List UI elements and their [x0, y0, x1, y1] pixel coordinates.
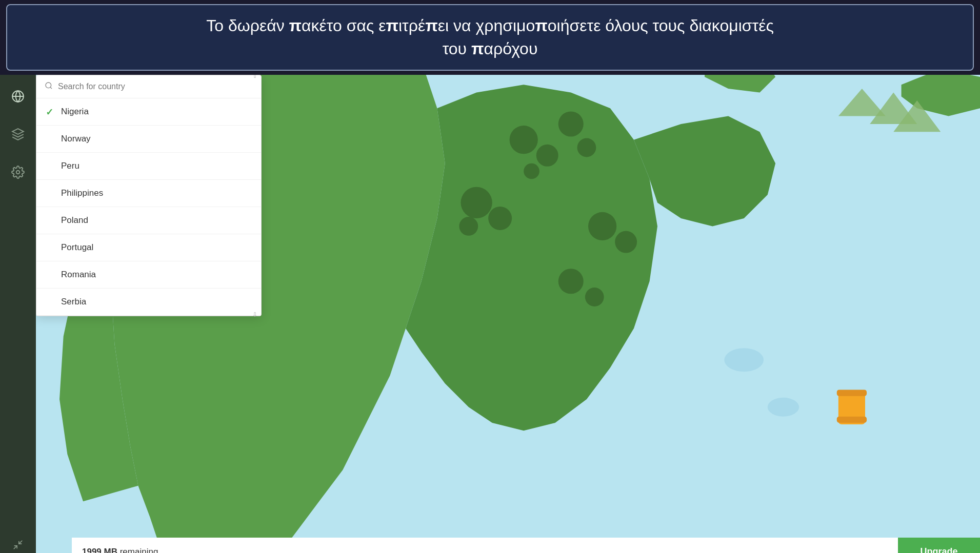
svg-point-3: [16, 170, 20, 174]
svg-line-4: [14, 545, 17, 548]
sidebar: [0, 75, 36, 553]
sidebar-globe-icon[interactable]: [7, 85, 29, 108]
banner-line2: του παρόχου: [443, 39, 538, 58]
list-item[interactable]: Romania: [36, 261, 261, 289]
data-remaining-panel: 1999 MB remaining: [72, 538, 898, 553]
scroll-up-button[interactable]: ⇧: [249, 75, 261, 82]
svg-marker-2: [12, 129, 24, 134]
country-name: Romania: [61, 270, 96, 279]
app-container: Nigeria Norway Peru Philippines Poland P…: [0, 75, 980, 553]
svg-point-24: [46, 83, 51, 88]
country-name: Norway: [61, 134, 91, 144]
list-item[interactable]: Poland: [36, 207, 261, 234]
sidebar-settings-icon[interactable]: [7, 161, 29, 183]
search-box[interactable]: [36, 75, 261, 98]
search-input[interactable]: [58, 82, 253, 91]
svg-point-10: [577, 138, 596, 157]
svg-point-23: [768, 397, 799, 416]
svg-point-13: [488, 207, 512, 230]
svg-line-5: [19, 540, 22, 543]
svg-point-22: [724, 348, 764, 372]
banner-line1: Το δωρεάν πακέτο σας επιτρέπει να χρησιμ…: [206, 16, 774, 35]
svg-point-14: [459, 217, 478, 236]
data-remaining-text: 1999 MB remaining: [82, 547, 158, 553]
svg-point-15: [588, 212, 616, 240]
svg-point-12: [461, 187, 492, 218]
svg-point-18: [585, 288, 604, 306]
upgrade-button[interactable]: Upgrade: [898, 538, 980, 553]
svg-rect-21: [837, 416, 867, 422]
country-dropdown: Nigeria Norway Peru Philippines Poland P…: [36, 75, 262, 316]
svg-point-17: [558, 269, 584, 294]
svg-point-11: [524, 163, 539, 179]
top-banner: Το δωρεάν πακέτο σας επιτρέπει να χρησιμ…: [6, 4, 974, 71]
scroll-down-button[interactable]: ⇩: [249, 309, 261, 321]
bottom-bar: 1999 MB remaining Upgrade: [72, 538, 980, 553]
country-name: Philippines: [61, 188, 103, 198]
list-item[interactable]: Serbia: [36, 289, 261, 316]
banner-text: Το δωρεάν πακέτο σας επιτρέπει να χρησιμ…: [23, 14, 957, 60]
country-name: Serbia: [61, 297, 86, 306]
list-item[interactable]: Nigeria: [36, 98, 261, 126]
svg-line-25: [50, 87, 52, 89]
svg-point-9: [558, 111, 584, 136]
list-item[interactable]: Peru: [36, 153, 261, 180]
country-name: Peru: [61, 161, 79, 171]
search-icon: [45, 81, 53, 92]
list-item[interactable]: Portugal: [36, 234, 261, 261]
sidebar-signal-icon[interactable]: [7, 123, 29, 146]
country-name: Poland: [61, 215, 88, 225]
svg-rect-20: [837, 390, 867, 396]
data-label: remaining: [117, 547, 158, 553]
svg-point-8: [536, 144, 558, 166]
country-list[interactable]: Nigeria Norway Peru Philippines Poland P…: [36, 98, 261, 316]
list-item[interactable]: Philippines: [36, 180, 261, 207]
data-amount: 1999 MB: [82, 547, 117, 553]
sidebar-compress-icon[interactable]: [7, 534, 29, 553]
country-name: Nigeria: [61, 107, 89, 116]
map-area: Nigeria Norway Peru Philippines Poland P…: [36, 75, 980, 553]
list-item[interactable]: Norway: [36, 126, 261, 153]
svg-point-7: [510, 126, 538, 154]
country-name: Portugal: [61, 242, 93, 252]
svg-point-16: [615, 231, 637, 253]
